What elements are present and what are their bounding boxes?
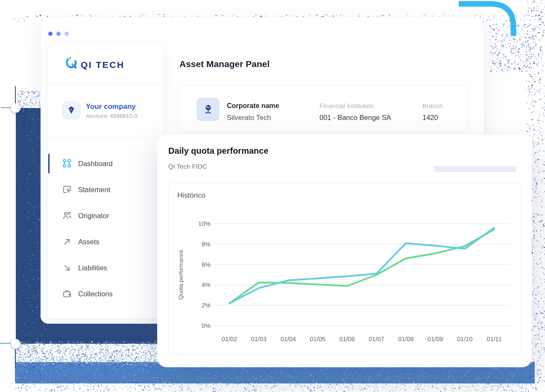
handle-line — [15, 349, 16, 368]
account-number: 4548810-0 — [110, 113, 138, 119]
quota-performance-line-chart: 10%8%6%4%2%0%01/0201/0301/0401/0501/0601… — [169, 183, 520, 354]
arrow-up-right-icon — [62, 237, 72, 247]
svg-text:01/09: 01/09 — [428, 336, 443, 342]
svg-text:01/11: 01/11 — [486, 336, 501, 342]
svg-text:8%: 8% — [202, 241, 211, 248]
svg-text:01/05: 01/05 — [310, 336, 325, 342]
sidebar-item-label: Statement — [78, 186, 110, 194]
sidebar-item-collections[interactable]: Collections — [48, 283, 164, 304]
handle-line — [1, 107, 11, 108]
svg-text:6%: 6% — [202, 261, 211, 268]
svg-text:01/02: 01/02 — [222, 336, 237, 342]
sidebar: QI TECH Your company Account: 4548810-0 — [48, 43, 164, 318]
handle-line — [15, 86, 16, 103]
daily-quota-performance-card: Daily quota performance QI Tech FIDC His… — [157, 135, 532, 367]
qitech-logo-icon — [64, 57, 78, 70]
account-label: Account: — [86, 113, 108, 119]
sidebar-item-label: Collections — [78, 290, 113, 298]
financial-institution-label: Financial institution — [319, 102, 374, 109]
window-dot-1[interactable] — [48, 32, 53, 36]
logo-section: QI TECH — [48, 43, 164, 84]
sidebar-item-label: Dashboard — [78, 160, 113, 168]
sidebar-item-label: Liabilities — [78, 264, 107, 272]
statement-icon — [62, 184, 72, 195]
svg-text:01/08: 01/08 — [398, 336, 413, 342]
branch-value: 1420 — [422, 114, 438, 122]
svg-text:10%: 10% — [198, 220, 211, 227]
corporate-info-card: Corporate name Silverato Tech Financial … — [178, 85, 469, 132]
company-account: Account: 4548810-0 — [86, 113, 138, 119]
sidebar-item-label: Originator — [78, 212, 109, 220]
handle-line — [0, 343, 11, 344]
card-subtitle: QI Tech FIDC — [168, 163, 207, 170]
page-background: QI TECH Your company Account: 4548810-0 — [0, 0, 545, 392]
sidebar-item-dashboard[interactable]: Dashboard — [48, 153, 164, 174]
window-controls — [48, 32, 69, 36]
svg-text:Quota performance: Quota performance — [178, 250, 184, 299]
window-dot-3[interactable] — [64, 32, 69, 36]
svg-text:0%: 0% — [202, 322, 211, 329]
handle-circle — [11, 103, 21, 113]
arrow-down-right-icon — [62, 263, 72, 273]
placeholder-bar — [434, 166, 516, 172]
financial-institution-value: 001 - Banco Benge SA — [319, 114, 391, 122]
sidebar-item-assets[interactable]: Assets — [48, 231, 164, 252]
qitech-logo-text: QI TECH — [81, 60, 125, 70]
handle-circle — [11, 339, 21, 348]
sidebar-item-label: Assets — [78, 238, 100, 246]
sidebar-item-originator[interactable]: Originator — [48, 205, 164, 226]
company-gem-icon — [62, 101, 81, 120]
branch-label: Branch — [422, 102, 443, 109]
sidebar-nav: Dashboard Statement Or — [48, 153, 164, 309]
page-title: Asset Manager Panel — [179, 59, 270, 69]
svg-text:2%: 2% — [202, 302, 211, 309]
svg-text:01/04: 01/04 — [281, 336, 296, 342]
company-section[interactable]: Your company Account: 4548810-0 — [48, 84, 164, 137]
corporate-name-label: Corporate name — [227, 102, 279, 110]
sidebar-item-liabilities[interactable]: Liabilities — [48, 257, 164, 278]
wallet-icon — [62, 289, 72, 299]
svg-text:01/07: 01/07 — [369, 336, 384, 342]
svg-text:01/03: 01/03 — [251, 336, 267, 342]
historico-chart-panel: Histórico 10%8%6%4%2%0%01/0201/0301/0401… — [168, 183, 521, 355]
sidebar-item-statement[interactable]: Statement — [48, 179, 164, 200]
corporate-name-value: Silverato Tech — [227, 114, 271, 122]
card-title: Daily quota performance — [168, 146, 269, 156]
svg-text:01/06: 01/06 — [339, 336, 355, 342]
originator-icon — [62, 211, 72, 221]
globe-icon — [196, 98, 220, 121]
dashboard-icon — [62, 158, 72, 169]
company-name: Your company — [86, 102, 136, 111]
svg-text:4%: 4% — [202, 281, 211, 288]
svg-text:01/10: 01/10 — [457, 336, 472, 342]
window-dot-2[interactable] — [56, 32, 61, 36]
